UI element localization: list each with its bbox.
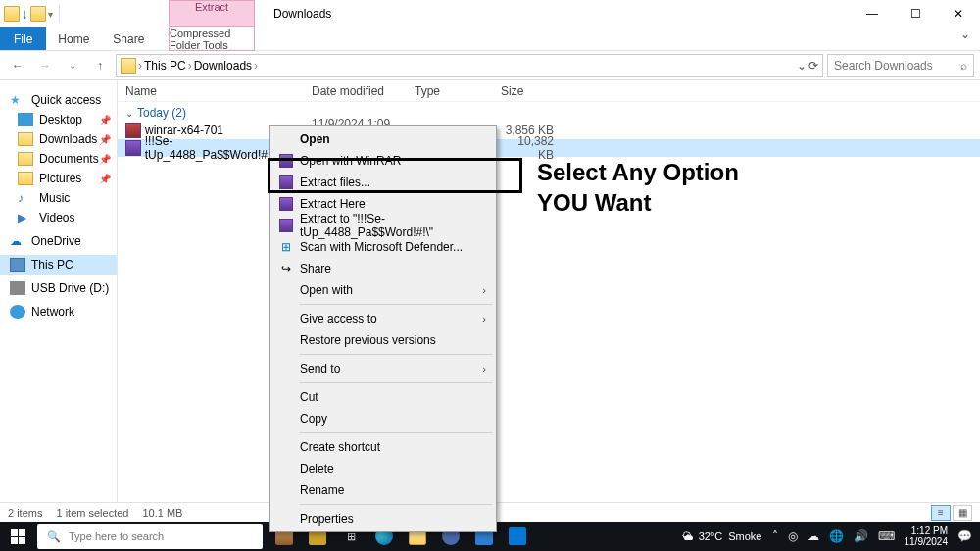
chevron-down-icon: ⌄ bbox=[125, 108, 133, 119]
nav-downloads[interactable]: Downloads📌 bbox=[0, 129, 117, 149]
ctx-label: Scan with Microsoft Defender... bbox=[300, 240, 463, 254]
ctx-extract-files[interactable]: Extract files... bbox=[272, 172, 494, 193]
chevron-right-icon: › bbox=[482, 363, 486, 375]
overflow-icon[interactable]: ▾ bbox=[48, 9, 53, 20]
minimize-button[interactable]: — bbox=[851, 0, 894, 27]
ctx-create-shortcut[interactable]: Create shortcut bbox=[272, 436, 494, 458]
folder-icon bbox=[18, 132, 33, 146]
contextual-tab[interactable]: Compressed Folder Tools bbox=[169, 27, 255, 51]
weather[interactable]: 🌥 32°C Smoke bbox=[682, 530, 762, 542]
nav-usb[interactable]: USB Drive (D:) bbox=[0, 278, 117, 298]
tray-lang-icon[interactable]: ⌨ bbox=[878, 529, 895, 543]
down-arrow-icon[interactable]: ↓ bbox=[22, 6, 28, 22]
back-button[interactable]: ← bbox=[6, 54, 29, 77]
tray-volume-icon[interactable]: 🔊 bbox=[854, 529, 868, 543]
navigation-pane: ★ Quick access Desktop📌 Downloads📌 Docum… bbox=[0, 80, 118, 502]
ctx-send-to[interactable]: Send to› bbox=[272, 358, 494, 379]
desktop-icon bbox=[18, 113, 33, 126]
ctx-label: Restore previous versions bbox=[300, 333, 436, 347]
ctx-label: Give access to bbox=[300, 312, 377, 326]
ctx-copy[interactable]: Copy bbox=[272, 408, 494, 429]
icons-view-button[interactable]: ▦ bbox=[953, 505, 972, 521]
search-icon[interactable]: ⌕ bbox=[960, 59, 967, 73]
folder-icon bbox=[18, 172, 33, 185]
chevron-right-icon[interactable]: › bbox=[138, 59, 142, 73]
tab-home[interactable]: Home bbox=[46, 27, 101, 50]
nav-onedrive[interactable]: ☁OneDrive bbox=[0, 231, 117, 251]
nav-label: Pictures bbox=[39, 172, 81, 185]
maximize-button[interactable]: ☐ bbox=[894, 0, 937, 27]
tray-onedrive-icon[interactable]: ☁ bbox=[808, 529, 819, 543]
ctx-restore[interactable]: Restore previous versions bbox=[272, 329, 494, 351]
col-name[interactable]: Name bbox=[118, 84, 304, 98]
col-size[interactable]: Size bbox=[493, 84, 562, 98]
ctx-scan-defender[interactable]: ⊞Scan with Microsoft Defender... bbox=[272, 236, 494, 258]
tray-clock[interactable]: 1:12 PM 11/9/2024 bbox=[905, 526, 949, 547]
group-label: Today (2) bbox=[137, 106, 186, 120]
pin-icon: 📌 bbox=[99, 115, 111, 125]
nav-desktop[interactable]: Desktop📌 bbox=[0, 110, 117, 129]
refresh-icon[interactable]: ⟳ bbox=[808, 59, 818, 73]
ribbon-expand-icon[interactable]: ⌄ bbox=[951, 27, 980, 50]
annotation-text: Select Any Option YOU Want bbox=[537, 157, 739, 218]
ctx-cut[interactable]: Cut bbox=[272, 386, 494, 408]
nav-network[interactable]: Network bbox=[0, 302, 117, 322]
rar-icon bbox=[125, 140, 141, 156]
winrar-icon bbox=[278, 196, 294, 212]
search-placeholder: Type here to search bbox=[69, 530, 164, 542]
ctx-open-with[interactable]: Open with› bbox=[272, 279, 494, 301]
ctx-share[interactable]: ↪Share bbox=[272, 258, 494, 279]
up-button[interactable]: ↑ bbox=[88, 54, 112, 77]
taskbar-search[interactable]: 🔍 Type here to search bbox=[37, 524, 263, 549]
nav-thispc[interactable]: This PC bbox=[0, 255, 117, 275]
search-input[interactable]: Search Downloads ⌕ bbox=[827, 54, 974, 77]
nav-documents[interactable]: Documents📌 bbox=[0, 149, 117, 169]
quick-access-section[interactable]: ★ Quick access bbox=[0, 90, 117, 110]
view-buttons: ≡ ▦ bbox=[931, 505, 972, 521]
tray-network-icon[interactable]: 🌐 bbox=[829, 529, 844, 543]
file-row[interactable]: !!!Se-tUp_4488_Pa$$Word!#! 10,382 KB bbox=[118, 139, 980, 157]
crumb-thispc[interactable]: This PC bbox=[144, 59, 186, 73]
crumb-downloads[interactable]: Downloads bbox=[194, 59, 252, 73]
tray-chevron-icon[interactable]: ˄ bbox=[772, 529, 778, 543]
ctx-label: Extract to "!!!Se-tUp_4488_Pa$$Word!#!\" bbox=[300, 212, 486, 239]
nav-pictures[interactable]: Pictures📌 bbox=[0, 169, 117, 188]
ctx-properties[interactable]: Properties bbox=[272, 508, 494, 529]
ctx-label: Delete bbox=[300, 462, 334, 476]
recent-locations-button[interactable]: ⌄ bbox=[61, 54, 84, 77]
ctx-delete[interactable]: Delete bbox=[272, 458, 494, 479]
share-icon: ↪ bbox=[278, 261, 294, 276]
ctx-give-access[interactable]: Give access to› bbox=[272, 308, 494, 329]
start-button[interactable] bbox=[0, 522, 35, 551]
breadcrumb[interactable]: › This PC › Downloads › ⌄ ⟳ bbox=[116, 54, 823, 77]
ctx-open[interactable]: Open bbox=[272, 128, 494, 150]
nav-label: USB Drive (D:) bbox=[31, 281, 109, 295]
ctx-extract-to[interactable]: Extract to "!!!Se-tUp_4488_Pa$$Word!#!\" bbox=[272, 215, 494, 236]
dropdown-icon[interactable]: ⌄ bbox=[797, 59, 807, 73]
col-type[interactable]: Type bbox=[407, 84, 493, 98]
ctx-label: Extract Here bbox=[300, 197, 366, 211]
nav-music[interactable]: ♪Music bbox=[0, 188, 117, 208]
tab-share[interactable]: Share bbox=[101, 27, 156, 50]
tb-mail[interactable] bbox=[502, 522, 533, 551]
group-header[interactable]: ⌄ Today (2) bbox=[118, 102, 980, 122]
tray-notifications-icon[interactable]: 💬 bbox=[957, 529, 972, 543]
ctx-open-winrar[interactable]: Open with WinRAR bbox=[272, 150, 494, 172]
ribbon: File Home Share View ⌄ bbox=[0, 27, 980, 51]
titlebar: ↓ ▾ Extract Compressed Folder Tools Down… bbox=[0, 0, 980, 27]
close-button[interactable]: ✕ bbox=[937, 0, 980, 27]
folder-icon bbox=[4, 6, 20, 22]
chevron-right-icon[interactable]: › bbox=[188, 59, 192, 73]
context-menu: Open Open with WinRAR Extract files... E… bbox=[270, 125, 497, 532]
usb-icon bbox=[10, 281, 25, 295]
pin-icon: 📌 bbox=[99, 154, 111, 165]
col-date[interactable]: Date modified bbox=[304, 84, 407, 98]
tray-meet-icon[interactable]: ◎ bbox=[788, 529, 798, 543]
details-view-button[interactable]: ≡ bbox=[931, 505, 951, 521]
file-tab[interactable]: File bbox=[0, 27, 46, 50]
ctx-label: Cut bbox=[300, 390, 318, 404]
nav-videos[interactable]: ▶Videos bbox=[0, 208, 117, 227]
chevron-right-icon[interactable]: › bbox=[254, 59, 258, 73]
ctx-rename[interactable]: Rename bbox=[272, 479, 494, 501]
forward-button[interactable]: → bbox=[33, 54, 57, 77]
